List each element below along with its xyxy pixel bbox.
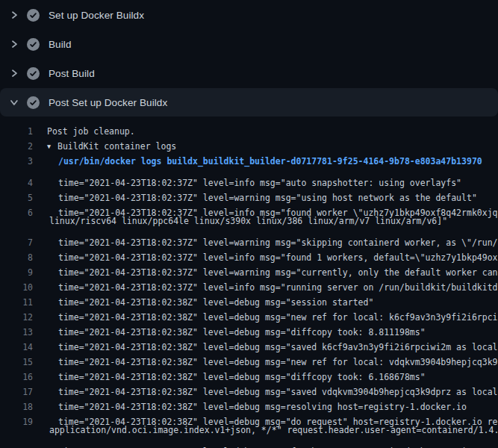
log-text: time="2021-04-23T18:02:38Z" level=debug … [58,295,373,303]
line-number-link[interactable]: 8 [0,250,33,258]
line-number-link[interactable]: 19 [0,414,33,423]
log-row: linux/riscv64 linux/ppc64le linux/s390x … [0,214,498,228]
log-text: time="2021-04-23T18:02:38Z" level=debug … [58,370,426,378]
line-number-link[interactable]: 20 [0,444,33,448]
line-number-link[interactable]: 9 [0,265,33,273]
step-row-build[interactable]: Build [0,30,498,58]
line-number-link[interactable]: 7 [0,235,33,243]
check-circle-icon [27,9,40,22]
log-row: application/vnd.oci.image.index.v1+json,… [0,423,498,438]
log-text: application/vnd.oci.image.index.v1+json,… [49,423,498,438]
log-text: time="2021-04-23T18:02:37Z" level=warnin… [58,190,477,199]
chevron-right-icon[interactable] [9,10,19,20]
check-circle-icon [27,38,40,51]
line-number-link[interactable] [0,214,33,228]
line-number-link[interactable]: 15 [0,355,33,363]
steps-panel: Set up Docker Buildx Build Post Buil [0,1,498,116]
log-row: 7 time="2021-04-23T18:02:37Z" level=warn… [0,228,498,243]
line-number-link[interactable]: 1 [0,124,33,139]
line-number-link[interactable]: 17 [0,385,33,393]
log-text: time="2021-04-23T18:02:37Z" level=info m… [58,250,498,258]
line-number-link[interactable]: 3 [0,154,33,169]
chevron-down-icon[interactable] [9,97,19,108]
line-number-link[interactable]: 11 [0,295,33,303]
log-text: time="2021-04-23T18:02:38Z" level=debug … [58,310,498,318]
line-number-link[interactable]: 2 [0,139,33,154]
log-text: time="2021-04-23T18:02:38Z" level=debug … [58,385,498,393]
log-text: time="2021-04-23T18:02:37Z" level=warnin… [58,265,498,273]
step-title: Build [49,39,72,50]
step-title: Post Build [49,68,95,79]
log-row: 4 time="2021-04-23T18:02:37Z" level=info… [0,169,498,184]
line-number-link[interactable]: 14 [0,340,33,348]
chevron-right-icon[interactable] [9,68,19,78]
line-number-link[interactable]: 6 [0,205,33,214]
line-number-link[interactable]: 10 [0,280,33,288]
line-number-link[interactable]: 5 [0,190,33,199]
log-row: 3 /usr/bin/docker logs buildx_buildkit_b… [0,154,498,169]
log-text: time="2021-04-23T18:02:37Z" level=info m… [58,205,498,214]
log-text: time="2021-04-23T18:02:37Z" level=info m… [58,280,498,288]
log-text: time="2021-04-23T18:02:38Z" level=debug … [58,340,498,348]
log-text: BuildKit container logs [57,139,176,154]
log-text: time="2021-04-23T18:02:37Z" level=info m… [58,175,461,184]
check-circle-icon [27,96,40,109]
step-row-post-set-up-docker-buildx[interactable]: Post Set up Docker Buildx [0,88,498,116]
line-number-link[interactable]: 18 [0,399,33,408]
log-row: 1 Post job cleanup. [0,124,498,139]
chevron-right-icon[interactable] [9,39,19,49]
step-title: Post Set up Docker Buildx [49,97,167,108]
line-number-link[interactable]: 4 [0,175,33,184]
step-row-post-build[interactable]: Post Build [0,59,498,87]
log-text: time="2021-04-23T18:02:38Z" level=debug … [58,355,498,363]
log-text: time="2021-04-23T18:02:38Z" level=debug … [58,414,498,423]
log-text: linux/riscv64 linux/ppc64le linux/s390x … [49,214,447,228]
step-title: Set up Docker Buildx [49,10,144,21]
log-text: time="2021-04-23T18:02:37Z" level=warnin… [58,235,498,243]
log-row: 2 ▼ BuildKit container logs [0,139,498,154]
log-text: time="2021-04-23T18:02:38Z" level=debug … [58,399,467,408]
log-panel[interactable]: 1 Post job cleanup. 2 ▼ BuildKit contain… [0,117,498,448]
check-circle-icon [27,67,40,80]
step-row-set-up-docker-buildx[interactable]: Set up Docker Buildx [0,1,498,29]
log-text: time="2021-04-23T18:02:38Z" level=debug … [58,444,498,448]
log-text: /usr/bin/docker logs buildx_buildkit_bui… [58,154,482,169]
line-number-link[interactable]: 12 [0,310,33,318]
line-number-link[interactable]: 16 [0,370,33,378]
log-text: time="2021-04-23T18:02:38Z" level=debug … [58,325,426,333]
line-number-link[interactable] [0,423,33,438]
line-number-link[interactable]: 13 [0,325,33,333]
log-group-collapse-icon[interactable]: ▼ [47,139,57,154]
log-row: 20 time="2021-04-23T18:02:38Z" level=deb… [0,438,498,448]
log-text: Post job cleanup. [47,124,135,139]
